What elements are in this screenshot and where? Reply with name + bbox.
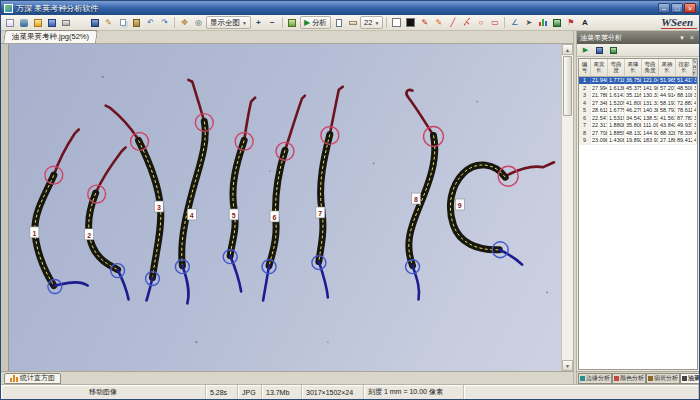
print-icon[interactable]	[59, 16, 72, 29]
table-cell: 1.8859	[608, 130, 625, 137]
text-tool-icon[interactable]: A	[578, 16, 591, 29]
batch-icon[interactable]	[286, 16, 299, 29]
vertical-scrollbar[interactable]: ▲ ▼	[561, 44, 573, 371]
draw-polyline-icon[interactable]: 〆	[460, 16, 473, 29]
flag-icon[interactable]: ⚑	[564, 16, 577, 29]
angle-tool-icon[interactable]: ∠	[508, 16, 521, 29]
pod-specimen-5[interactable]: 5	[223, 98, 255, 292]
table-cell: 1.4308	[608, 137, 625, 144]
zoom-out-icon[interactable]: −	[266, 16, 279, 29]
paste-icon[interactable]	[130, 16, 143, 29]
edit-pen-icon[interactable]: ✎	[102, 16, 115, 29]
panel-run-icon[interactable]: ▶	[580, 45, 591, 56]
new-document-icon[interactable]	[3, 16, 16, 29]
column-header[interactable]: 果柄长	[659, 59, 676, 76]
save-icon[interactable]	[88, 16, 101, 29]
column-header[interactable]: 编号	[579, 59, 591, 76]
report-icon[interactable]	[332, 16, 345, 29]
row-number: 3	[579, 92, 591, 99]
pod-specimen-1[interactable]: 1	[30, 129, 88, 293]
histogram-icon[interactable]	[536, 16, 549, 29]
panel-tab-label: 病斑分析	[654, 374, 678, 383]
export-excel-icon[interactable]	[550, 16, 563, 29]
panel-tab[interactable]: 颜色分析	[612, 373, 646, 384]
column-header[interactable]: 弯曲角度	[642, 59, 659, 76]
main-toolbar: ✎ ↶ ↷ ✥ ◎ 显示全图▼ + − ▶分析 22▼ ✎ ✎ ╱ 〆 ○ ▭ …	[1, 15, 699, 31]
pod-label: 8	[414, 196, 418, 203]
maximize-button[interactable]: □	[671, 3, 683, 13]
panel-close-icon[interactable]: ×	[688, 34, 696, 42]
arrow-tool-icon[interactable]: ➤	[522, 16, 535, 29]
column-header[interactable]: 果荚长	[591, 59, 608, 76]
panel-export-icon[interactable]	[608, 45, 619, 56]
panel-tab-label: 颜色分析	[620, 374, 644, 383]
panel-tab[interactable]: 油菜果荚分析	[680, 373, 699, 384]
status-file-size: 13.7Mb	[262, 385, 302, 399]
table-row[interactable]: 321.78851.614135.1168130.315944.914188.1…	[579, 92, 697, 100]
red-marker-icon[interactable]: ✎	[418, 16, 431, 29]
table-cell: 111.0989	[642, 122, 659, 129]
show-full-image-button[interactable]: 显示全图▼	[206, 16, 251, 29]
histogram-tab[interactable]: 统计直方图	[4, 373, 61, 384]
panel-tab[interactable]: 边缘分析	[578, 373, 612, 384]
table-row[interactable]: 427.34881.520941.8000131.318558.191872.8…	[579, 100, 697, 108]
draw-circle-icon[interactable]: ○	[474, 16, 487, 29]
table-row[interactable]: 622.54751.531934.5423138.517141.561787.7…	[579, 115, 697, 123]
table-row[interactable]: 923.09881.430819.8928183.937627.188789.4…	[579, 137, 697, 145]
table-cell: 38.2	[693, 85, 697, 92]
zoom-region-icon[interactable]: ◎	[192, 16, 205, 29]
table-row[interactable]: 722.31791.880835.8083111.098943.842449.9…	[579, 122, 697, 130]
column-header[interactable]: 果喙长	[625, 59, 642, 76]
copy-icon[interactable]	[116, 16, 129, 29]
status-format: JPG	[238, 385, 262, 399]
table-row[interactable]: 827.70851.885948.1325144.929788.328578.3…	[579, 130, 697, 138]
scroll-up-arrow-icon[interactable]: ▲	[562, 44, 573, 55]
pod-specimen-4[interactable]: 4	[175, 80, 213, 304]
pod-specimen-7[interactable]: 7	[312, 87, 343, 298]
document-tab[interactable]: 油菜果荚考种.jpg(52%)	[3, 30, 98, 43]
save-all-icon[interactable]	[45, 16, 58, 29]
close-button[interactable]: ×	[684, 3, 696, 13]
undo-icon[interactable]: ↶	[144, 16, 157, 29]
draw-line-icon[interactable]: ╱	[446, 16, 459, 29]
open-folder-icon[interactable]	[31, 16, 44, 29]
camera-capture-icon[interactable]	[17, 16, 30, 29]
table-row[interactable]: 121.94031.771836.7580121.049651.965051.4…	[579, 77, 697, 85]
pod-specimen-2[interactable]: 2	[85, 147, 129, 299]
column-header[interactable]: 拟合长	[693, 59, 697, 76]
table-cell: 46.2792	[625, 107, 642, 114]
pod-specimen-8[interactable]: 8	[406, 90, 444, 300]
color-white-swatch[interactable]	[390, 16, 403, 29]
table-cell: 1.6141	[608, 92, 625, 99]
table-cell: 121.0496	[642, 77, 659, 84]
redo-icon[interactable]: ↷	[158, 16, 171, 29]
column-header[interactable]: 弯曲度	[608, 59, 625, 76]
table-row[interactable]: 528.61181.677546.2792140.388558.791878.6…	[579, 107, 697, 115]
table-cell: 44.9141	[659, 92, 676, 99]
scrollbar-thumb[interactable]	[563, 56, 572, 116]
photo-canvas[interactable]: 1 2	[9, 44, 561, 371]
panel-save-icon[interactable]	[594, 45, 605, 56]
orange-marker-icon[interactable]: ✎	[432, 16, 445, 29]
scroll-down-arrow-icon[interactable]: ▼	[562, 360, 573, 371]
column-header[interactable]: 投影长	[676, 59, 693, 76]
ruler-icon[interactable]	[346, 16, 359, 29]
pan-hand-icon[interactable]: ✥	[178, 16, 191, 29]
table-row[interactable]: 227.99481.613845.3756141.903257.207548.5…	[579, 85, 697, 93]
font-size-select[interactable]: 22▼	[360, 16, 383, 29]
panel-pin-icon[interactable]: ▾	[678, 34, 686, 42]
draw-rect-icon[interactable]: ▭	[488, 16, 501, 29]
status-empty	[464, 385, 699, 399]
pod-label: 9	[458, 202, 462, 209]
analyze-button[interactable]: ▶分析	[300, 16, 331, 29]
specimen-overlay: 1 2	[9, 44, 561, 371]
panel-tab-icon	[580, 376, 585, 381]
panel-title: 油菜果荚分析	[580, 33, 622, 43]
pod-specimen-9[interactable]: 9	[450, 162, 554, 264]
pod-label: 7	[318, 210, 322, 217]
zoom-in-icon[interactable]: +	[252, 16, 265, 29]
color-black-swatch[interactable]	[404, 16, 417, 29]
panel-tab[interactable]: 病斑分析	[646, 373, 680, 384]
minimize-button[interactable]: –	[658, 3, 670, 13]
pod-specimen-6[interactable]: 6	[262, 96, 305, 301]
